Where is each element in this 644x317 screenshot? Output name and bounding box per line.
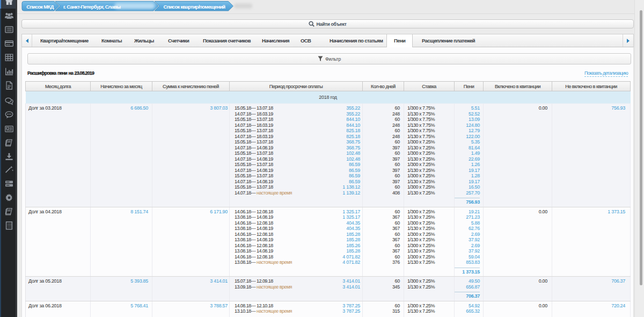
svg-text:Список МКД: Список МКД: [26, 4, 54, 10]
svg-text:г. Санкт-Петербург, Славы: г. Санкт-Петербург, Славы: [63, 4, 121, 10]
svg-text:Список квартир/помещений: Список квартир/помещений: [164, 4, 226, 10]
